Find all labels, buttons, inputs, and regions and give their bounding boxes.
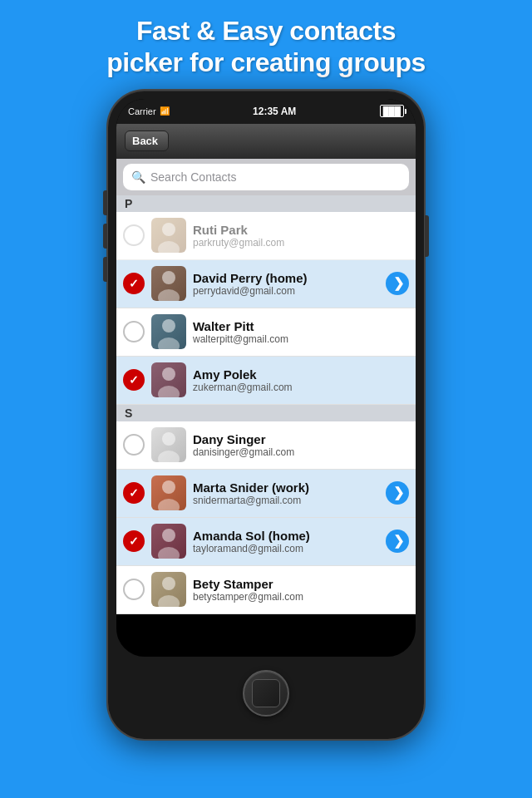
contact-info-david-perry: David Perry (home)perrydavid@gmail.com (193, 271, 386, 297)
avatar-amy-polek (151, 362, 186, 397)
contact-info-ruti-park: Ruti Parkparkruty@gmail.com (193, 223, 409, 249)
svg-point-11 (158, 499, 180, 510)
contact-info-dany-singer: Dany Singerdanisinger@gmail.com (193, 432, 409, 458)
contacts-list: P Ruti Parkparkruty@gmail.com✓ David Per… (116, 195, 416, 614)
carrier-area: Carrier 📶 (128, 106, 170, 116)
svg-point-4 (162, 319, 175, 332)
chevron-right-icon: ❯ (393, 277, 404, 290)
svg-point-9 (158, 451, 180, 462)
svg-point-12 (162, 529, 175, 542)
avatar-amanda-sol (151, 524, 186, 559)
detail-arrow-david-perry[interactable]: ❯ (386, 272, 409, 295)
contact-name-david-perry: David Perry (home) (193, 271, 386, 285)
contact-name-marta-snider: Marta Snider (work) (193, 480, 386, 495)
svg-point-3 (158, 289, 180, 301)
svg-point-2 (162, 271, 175, 284)
chevron-right-icon: ❯ (393, 534, 404, 548)
svg-point-6 (162, 367, 175, 381)
home-button-area (243, 657, 289, 731)
battery-icon: ███ (380, 105, 404, 117)
contact-name-walter-pitt: Walter Pitt (193, 319, 409, 333)
contact-row-dany-singer[interactable]: Dany Singerdanisinger@gmail.com (116, 421, 416, 470)
detail-arrow-amanda-sol[interactable]: ❯ (386, 530, 409, 553)
svg-point-0 (162, 223, 175, 236)
svg-point-15 (158, 595, 180, 607)
contact-email-ruti-park: parkruty@gmail.com (193, 237, 409, 249)
section-header-p: P (116, 195, 416, 212)
contact-name-amy-polek: Amy Polek (193, 367, 409, 382)
checkbox-walter-pitt[interactable] (123, 321, 145, 342)
carrier-label: Carrier (128, 106, 156, 116)
status-time: 12:35 AM (253, 106, 296, 117)
contact-name-ruti-park: Ruti Park (193, 223, 409, 237)
contact-email-marta-snider: snidermarta@gmail.com (193, 495, 386, 506)
contact-info-walter-pitt: Walter Pittwalterpitt@gmail.com (193, 319, 409, 345)
svg-point-1 (158, 241, 180, 253)
contact-row-amy-polek[interactable]: ✓ Amy Polekzukerman@gmail.com (116, 357, 416, 405)
status-bar: Carrier 📶 12:35 AM ███ (116, 99, 416, 124)
contact-email-dany-singer: danisinger@gmail.com (193, 446, 409, 458)
contact-row-ruti-park[interactable]: Ruti Parkparkruty@gmail.com (116, 212, 416, 260)
contact-row-walter-pitt[interactable]: Walter Pittwalterpitt@gmail.com (116, 308, 416, 357)
avatar-svg-walter-pitt (151, 314, 186, 349)
contact-info-bety-stamper: Bety Stamperbetystamper@gmail.com (193, 577, 409, 603)
avatar-dany-singer (151, 427, 186, 462)
checkbox-david-perry[interactable]: ✓ (123, 273, 145, 294)
avatar-svg-amanda-sol (151, 524, 186, 559)
svg-point-5 (158, 337, 180, 349)
search-icon: 🔍 (131, 170, 145, 184)
svg-point-8 (162, 432, 175, 446)
home-button[interactable] (243, 670, 289, 717)
contact-email-walter-pitt: walterpitt@gmail.com (193, 333, 409, 345)
svg-point-14 (162, 577, 175, 590)
avatar-david-perry (151, 266, 186, 301)
search-bar[interactable]: 🔍 Search Contacts (123, 164, 409, 190)
headline: Fast & Easy contacts picker for creating… (81, 0, 451, 91)
wifi-icon: 📶 (160, 106, 170, 116)
avatar-svg-marta-snider (151, 475, 186, 510)
contact-email-amanda-sol: tayloramand@gmail.com (193, 543, 386, 554)
avatar-svg-dany-singer (151, 427, 186, 462)
checkbox-amanda-sol[interactable]: ✓ (123, 530, 145, 552)
contact-row-david-perry[interactable]: ✓ David Perry (home)perrydavid@gmail.com… (116, 260, 416, 308)
avatar-walter-pitt (151, 314, 186, 349)
checkbox-amy-polek[interactable]: ✓ (123, 369, 145, 391)
svg-point-13 (158, 547, 180, 559)
avatar-marta-snider (151, 475, 186, 510)
avatar-svg-amy-polek (151, 362, 186, 397)
checkbox-marta-snider[interactable]: ✓ (123, 482, 145, 504)
checkbox-ruti-park[interactable] (123, 224, 145, 246)
chevron-right-icon: ❯ (393, 486, 404, 500)
contact-name-bety-stamper: Bety Stamper (193, 577, 409, 591)
checkmark-amanda-sol: ✓ (129, 535, 139, 547)
contact-row-marta-snider[interactable]: ✓ Marta Snider (work)snidermarta@gmail.c… (116, 470, 416, 518)
checkmark-david-perry: ✓ (129, 278, 139, 289)
contact-row-amanda-sol[interactable]: ✓ Amanda Sol (home)tayloramand@gmail.com… (116, 518, 416, 566)
detail-arrow-marta-snider[interactable]: ❯ (386, 481, 409, 505)
checkmark-marta-snider: ✓ (129, 487, 139, 499)
contact-row-bety-stamper[interactable]: Bety Stamperbetystamper@gmail.com (116, 566, 416, 614)
section-header-s: S (116, 405, 416, 421)
search-bar-container: 🔍 Search Contacts (116, 159, 416, 195)
contact-email-amy-polek: zukerman@gmail.com (193, 382, 409, 393)
headline-line1: Fast & Easy contacts (136, 16, 396, 46)
checkbox-dany-singer[interactable] (123, 434, 145, 456)
phone-screen: Carrier 📶 12:35 AM ███ Back 🔍 Search Con… (116, 99, 416, 657)
home-button-inner (252, 679, 280, 707)
nav-bar: Back (116, 124, 416, 159)
phone-frame: Carrier 📶 12:35 AM ███ Back 🔍 Search Con… (108, 91, 424, 739)
avatar-svg-bety-stamper (151, 572, 186, 607)
headline-line2: picker for creating groups (106, 47, 426, 77)
search-placeholder: Search Contacts (150, 170, 237, 184)
contact-info-amanda-sol: Amanda Sol (home)tayloramand@gmail.com (193, 529, 386, 554)
back-label: Back (132, 135, 158, 147)
contact-info-marta-snider: Marta Snider (work)snidermarta@gmail.com (193, 480, 386, 506)
avatar-svg-david-perry (151, 266, 186, 301)
back-button[interactable]: Back (125, 131, 169, 151)
contact-name-dany-singer: Dany Singer (193, 432, 409, 446)
checkmark-amy-polek: ✓ (129, 374, 139, 386)
checkbox-bety-stamper[interactable] (123, 579, 145, 600)
svg-point-7 (158, 386, 180, 397)
avatar-bety-stamper (151, 572, 186, 607)
avatar-svg-ruti-park (151, 218, 186, 253)
